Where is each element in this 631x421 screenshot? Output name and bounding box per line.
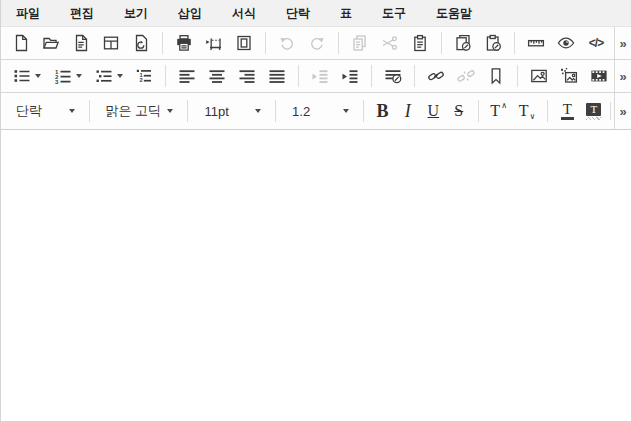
print-button[interactable] [169,30,199,56]
align-left-button[interactable] [172,63,202,89]
link-button[interactable] [421,63,451,89]
highlight-letter: T [586,103,601,116]
text-document-button[interactable] [66,30,96,56]
source-code-button[interactable]: </> [581,30,611,56]
menu-item-insert[interactable]: 삽입 [163,0,217,26]
multilevel-list-icon [95,67,113,85]
chevron-down-icon [117,74,123,78]
bookmark-button[interactable] [481,63,511,89]
multi-image-button[interactable] [554,63,584,89]
menu-item-format[interactable]: 서식 [217,0,271,26]
page-break-icon [205,34,223,52]
outdent-icon [311,67,329,85]
menu-item-file[interactable]: 파일 [1,0,55,26]
template-button[interactable] [96,30,126,56]
toolbar-separator [298,65,299,87]
paragraph-style-value: 단락 [16,102,65,120]
font-family-select[interactable]: 맑은 고딕 [96,93,182,129]
italic-button[interactable]: I [395,97,420,125]
numbered-list-icon: 123 [54,67,72,85]
paragraph-style-select[interactable]: 단락 [6,93,83,129]
chevron-down-icon [76,74,82,78]
cut-button[interactable] [375,30,405,56]
page-margins-button[interactable] [229,30,259,56]
underline-button[interactable]: U [421,97,446,125]
video-button[interactable] [584,63,614,89]
font-size-select[interactable]: 11pt [194,93,269,129]
horizontal-rule-button[interactable] [378,63,408,89]
toolbar-overflow-row1[interactable]: » [614,27,631,59]
chevron-more-icon: » [619,36,626,51]
numbered-list-button[interactable]: 123 [47,63,88,89]
toolbar-separator [338,32,339,54]
menu-item-help[interactable]: 도움말 [421,0,487,26]
line-height-select[interactable]: 1.2 [282,93,357,129]
menu-item-tools[interactable]: 도구 [367,0,421,26]
wysiwyg-editor: 파일편집보기삽입서식단락표도구도움말 </> [0,0,631,421]
chevron-down-icon [255,109,261,113]
toolbar-separator [441,32,442,54]
toolbar-separator [610,102,611,120]
paste-edit-document-button[interactable] [448,30,478,56]
toolbar-separator [517,65,518,87]
image-button[interactable] [524,63,554,89]
document-history-icon [132,34,150,52]
highlight-color-button[interactable]: T [581,97,607,125]
menu-item-table[interactable]: 표 [325,0,367,26]
page-break-button[interactable] [199,30,229,56]
text-color-button[interactable]: T [554,97,580,125]
bullet-list-icon [13,67,31,85]
align-left-icon [178,67,196,85]
video-icon [590,67,608,85]
cut-icon [381,34,399,52]
align-right-icon [238,67,256,85]
paste-button[interactable] [405,30,435,56]
source-code-icon: </> [589,36,603,50]
redo-button[interactable] [302,30,332,56]
strikethrough-button[interactable]: S [446,97,471,125]
new-document-button[interactable] [6,30,36,56]
menu-item-paragraph[interactable]: 단락 [271,0,325,26]
toolbar-overflow-row3[interactable]: » [614,93,631,129]
toolbar-separator [514,32,515,54]
preview-button[interactable] [551,30,581,56]
document-history-button[interactable] [126,30,156,56]
ruler-button[interactable] [521,30,551,56]
chevron-down-icon [343,109,349,113]
indent-icon [341,67,359,85]
bullet-list-button[interactable] [6,63,47,89]
svg-text:2: 2 [139,77,142,83]
subscript-base: T [519,102,529,120]
multilevel-numbered-list-button[interactable]: 12 [129,63,159,89]
highlight-strip [586,117,601,120]
toolbar-row-2: 123 12 » [1,60,631,93]
open-folder-icon [42,34,60,52]
copy-button[interactable] [345,30,375,56]
unlink-icon [457,67,475,85]
toolbar-separator [187,100,188,122]
bold-button[interactable]: B [370,97,395,125]
open-document-button[interactable] [36,30,66,56]
paste-edit-clipboard-button[interactable] [478,30,508,56]
align-center-button[interactable] [202,63,232,89]
indent-button[interactable] [335,63,365,89]
paste-edit-clipboard-icon [484,34,502,52]
editor-content[interactable] [1,130,631,421]
multilevel-list-button[interactable] [88,63,129,89]
superscript-button[interactable]: T∧ [485,97,513,125]
menu-item-view[interactable]: 보기 [109,0,163,26]
toolbar-separator [89,100,90,122]
superscript-base: T [490,102,500,120]
text-color-bar [561,117,574,120]
toolbar-separator [162,32,163,54]
outdent-button[interactable] [305,63,335,89]
align-right-button[interactable] [232,63,262,89]
undo-button[interactable] [272,30,302,56]
subscript-button[interactable]: T∨ [513,97,541,125]
template-icon [102,34,120,52]
text-document-icon [72,34,90,52]
unlink-button[interactable] [451,63,481,89]
justify-button[interactable] [262,63,292,89]
menu-item-edit[interactable]: 편집 [55,0,109,26]
toolbar-overflow-row2[interactable]: » [614,60,631,92]
